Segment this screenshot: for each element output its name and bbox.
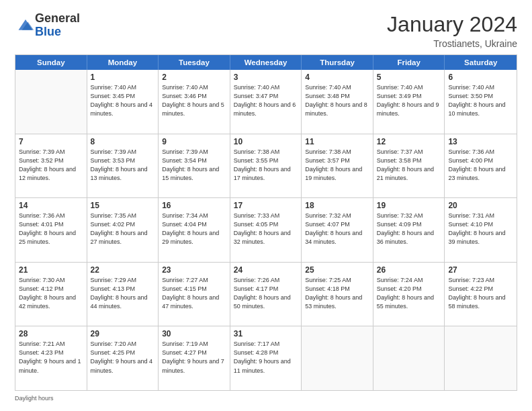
day-number: 6 bbox=[448, 73, 513, 82]
empty-cell bbox=[373, 326, 445, 390]
day-info: Sunrise: 7:36 AMSunset: 4:01 PMDaylight:… bbox=[19, 212, 83, 246]
day-info: Sunrise: 7:38 AMSunset: 3:57 PMDaylight:… bbox=[305, 148, 369, 183]
day-cell-7: 7Sunrise: 7:39 AMSunset: 3:52 PMDaylight… bbox=[15, 134, 87, 198]
empty-cell bbox=[445, 326, 517, 390]
day-number: 1 bbox=[91, 73, 155, 82]
logo-text: General Blue bbox=[35, 12, 80, 39]
day-number: 22 bbox=[91, 265, 155, 275]
header-day-friday: Friday bbox=[373, 55, 445, 70]
day-number: 11 bbox=[305, 137, 369, 146]
day-info: Sunrise: 7:26 AMSunset: 4:17 PMDaylight:… bbox=[234, 276, 298, 311]
day-cell-29: 29Sunrise: 7:20 AMSunset: 4:25 PMDayligh… bbox=[87, 326, 159, 390]
day-number: 2 bbox=[162, 73, 226, 82]
day-info: Sunrise: 7:37 AMSunset: 3:58 PMDaylight:… bbox=[377, 148, 441, 183]
day-info: Sunrise: 7:34 AMSunset: 4:04 PMDaylight:… bbox=[162, 212, 226, 246]
day-number: 19 bbox=[377, 201, 441, 210]
day-info: Sunrise: 7:40 AMSunset: 3:50 PMDaylight:… bbox=[448, 83, 513, 118]
day-cell-11: 11Sunrise: 7:38 AMSunset: 3:57 PMDayligh… bbox=[302, 134, 373, 198]
day-number: 21 bbox=[19, 265, 83, 275]
day-cell-14: 14Sunrise: 7:36 AMSunset: 4:01 PMDayligh… bbox=[15, 198, 87, 262]
day-number: 8 bbox=[91, 137, 155, 146]
day-info: Sunrise: 7:30 AMSunset: 4:12 PMDaylight:… bbox=[19, 276, 83, 311]
day-cell-28: 28Sunrise: 7:21 AMSunset: 4:23 PMDayligh… bbox=[15, 326, 87, 390]
day-info: Sunrise: 7:29 AMSunset: 4:13 PMDaylight:… bbox=[91, 276, 155, 311]
day-info: Sunrise: 7:25 AMSunset: 4:18 PMDaylight:… bbox=[305, 276, 369, 311]
day-cell-1: 1Sunrise: 7:40 AMSunset: 3:45 PMDaylight… bbox=[87, 70, 159, 134]
page: General Blue January 2024 Trostianets, U… bbox=[0, 0, 532, 411]
day-number: 9 bbox=[162, 137, 226, 146]
header-day-saturday: Saturday bbox=[445, 55, 517, 70]
week-row-5: 28Sunrise: 7:21 AMSunset: 4:23 PMDayligh… bbox=[15, 326, 517, 390]
day-number: 31 bbox=[234, 329, 298, 338]
day-cell-8: 8Sunrise: 7:39 AMSunset: 3:53 PMDaylight… bbox=[87, 134, 159, 198]
day-number: 17 bbox=[234, 201, 298, 210]
location: Trostianets, Ukraine bbox=[387, 38, 517, 49]
header-day-monday: Monday bbox=[87, 55, 159, 70]
calendar: SundayMondayTuesdayWednesdayThursdayFrid… bbox=[15, 54, 517, 391]
day-cell-10: 10Sunrise: 7:38 AMSunset: 3:55 PMDayligh… bbox=[230, 134, 302, 198]
day-cell-6: 6Sunrise: 7:40 AMSunset: 3:50 PMDaylight… bbox=[445, 70, 517, 134]
calendar-header: SundayMondayTuesdayWednesdayThursdayFrid… bbox=[15, 55, 517, 70]
week-row-3: 14Sunrise: 7:36 AMSunset: 4:01 PMDayligh… bbox=[15, 197, 517, 262]
logo-blue: Blue bbox=[35, 26, 80, 39]
header-day-sunday: Sunday bbox=[15, 55, 87, 70]
logo-icon bbox=[16, 15, 35, 34]
day-cell-9: 9Sunrise: 7:39 AMSunset: 3:54 PMDaylight… bbox=[159, 134, 230, 198]
day-number: 26 bbox=[377, 265, 441, 275]
day-info: Sunrise: 7:35 AMSunset: 4:02 PMDaylight:… bbox=[91, 212, 155, 246]
day-cell-17: 17Sunrise: 7:33 AMSunset: 4:05 PMDayligh… bbox=[230, 198, 302, 262]
day-number: 29 bbox=[91, 329, 155, 338]
day-number: 16 bbox=[162, 201, 226, 210]
day-number: 18 bbox=[305, 201, 369, 210]
day-number: 7 bbox=[19, 137, 83, 146]
day-cell-2: 2Sunrise: 7:40 AMSunset: 3:46 PMDaylight… bbox=[159, 70, 230, 134]
day-info: Sunrise: 7:31 AMSunset: 4:10 PMDaylight:… bbox=[448, 212, 513, 246]
day-cell-23: 23Sunrise: 7:27 AMSunset: 4:15 PMDayligh… bbox=[159, 263, 230, 326]
week-row-1: 1Sunrise: 7:40 AMSunset: 3:45 PMDaylight… bbox=[15, 70, 517, 134]
empty-cell bbox=[302, 326, 373, 390]
day-info: Sunrise: 7:27 AMSunset: 4:15 PMDaylight:… bbox=[162, 276, 226, 311]
day-info: Sunrise: 7:32 AMSunset: 4:07 PMDaylight:… bbox=[305, 212, 369, 246]
day-number: 20 bbox=[448, 201, 513, 210]
day-info: Sunrise: 7:21 AMSunset: 4:23 PMDaylight:… bbox=[19, 340, 83, 375]
day-number: 10 bbox=[234, 137, 298, 146]
day-number: 28 bbox=[19, 329, 83, 338]
day-info: Sunrise: 7:33 AMSunset: 4:05 PMDaylight:… bbox=[234, 212, 298, 246]
day-cell-27: 27Sunrise: 7:23 AMSunset: 4:22 PMDayligh… bbox=[445, 263, 517, 326]
empty-cell bbox=[15, 70, 87, 134]
day-cell-26: 26Sunrise: 7:24 AMSunset: 4:20 PMDayligh… bbox=[373, 263, 445, 326]
title-block: January 2024 Trostianets, Ukraine bbox=[387, 12, 517, 49]
day-info: Sunrise: 7:23 AMSunset: 4:22 PMDaylight:… bbox=[448, 276, 513, 311]
day-number: 4 bbox=[305, 73, 369, 82]
header: General Blue January 2024 Trostianets, U… bbox=[15, 12, 517, 49]
day-cell-3: 3Sunrise: 7:40 AMSunset: 3:47 PMDaylight… bbox=[230, 70, 302, 134]
day-cell-13: 13Sunrise: 7:36 AMSunset: 4:00 PMDayligh… bbox=[445, 134, 517, 198]
day-info: Sunrise: 7:40 AMSunset: 3:49 PMDaylight:… bbox=[377, 83, 441, 118]
day-info: Sunrise: 7:39 AMSunset: 3:54 PMDaylight:… bbox=[162, 148, 226, 183]
month-title: January 2024 bbox=[387, 12, 517, 37]
day-number: 3 bbox=[234, 73, 298, 82]
day-number: 15 bbox=[91, 201, 155, 210]
day-cell-15: 15Sunrise: 7:35 AMSunset: 4:02 PMDayligh… bbox=[87, 198, 159, 262]
day-info: Sunrise: 7:40 AMSunset: 3:47 PMDaylight:… bbox=[234, 83, 298, 118]
calendar-body: 1Sunrise: 7:40 AMSunset: 3:45 PMDaylight… bbox=[15, 70, 517, 390]
day-number: 24 bbox=[234, 265, 298, 275]
day-number: 27 bbox=[448, 265, 513, 275]
day-info: Sunrise: 7:20 AMSunset: 4:25 PMDaylight:… bbox=[91, 340, 155, 375]
day-cell-24: 24Sunrise: 7:26 AMSunset: 4:17 PMDayligh… bbox=[230, 263, 302, 326]
day-number: 30 bbox=[162, 329, 226, 338]
day-info: Sunrise: 7:39 AMSunset: 3:53 PMDaylight:… bbox=[91, 148, 155, 183]
day-cell-18: 18Sunrise: 7:32 AMSunset: 4:07 PMDayligh… bbox=[302, 198, 373, 262]
day-info: Sunrise: 7:19 AMSunset: 4:27 PMDaylight:… bbox=[162, 340, 226, 375]
logo-general: General bbox=[35, 12, 80, 26]
week-row-2: 7Sunrise: 7:39 AMSunset: 3:52 PMDaylight… bbox=[15, 134, 517, 198]
day-cell-30: 30Sunrise: 7:19 AMSunset: 4:27 PMDayligh… bbox=[159, 326, 230, 390]
day-info: Sunrise: 7:32 AMSunset: 4:09 PMDaylight:… bbox=[377, 212, 441, 246]
day-cell-12: 12Sunrise: 7:37 AMSunset: 3:58 PMDayligh… bbox=[373, 134, 445, 198]
day-number: 25 bbox=[305, 265, 369, 275]
day-cell-31: 31Sunrise: 7:17 AMSunset: 4:28 PMDayligh… bbox=[230, 326, 302, 390]
day-info: Sunrise: 7:17 AMSunset: 4:28 PMDaylight:… bbox=[234, 340, 298, 375]
day-number: 13 bbox=[448, 137, 513, 146]
day-number: 14 bbox=[19, 201, 83, 210]
day-info: Sunrise: 7:38 AMSunset: 3:55 PMDaylight:… bbox=[234, 148, 298, 183]
